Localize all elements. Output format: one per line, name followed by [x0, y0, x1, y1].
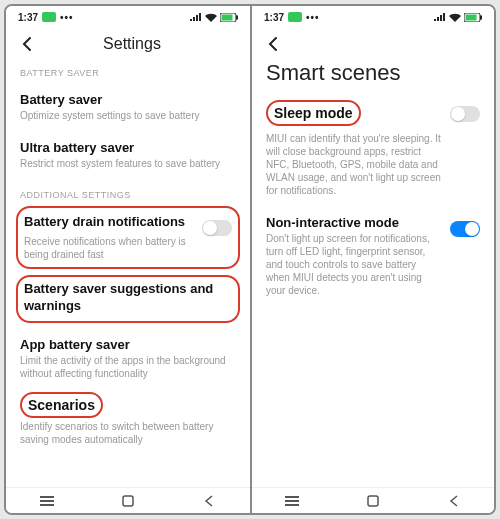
item-sub: Limit the activity of the apps in the ba… — [20, 354, 236, 380]
nav-back-button[interactable] — [445, 492, 463, 510]
item-ultra-battery-saver[interactable]: Ultra battery saver Restrict most system… — [20, 132, 236, 180]
page-title: Settings — [26, 35, 238, 53]
smart-scenes-content: Sleep mode MIUI can identify that you're… — [252, 96, 494, 487]
svg-rect-4 — [40, 500, 54, 502]
item-title: Battery saver — [20, 92, 236, 107]
header: Settings — [6, 28, 250, 58]
svg-rect-5 — [40, 504, 54, 506]
status-badge-icon — [42, 12, 56, 22]
item-battery-drain-notifications[interactable]: Battery drain notifications Receive noti… — [24, 212, 232, 263]
svg-rect-1 — [222, 14, 233, 20]
svg-rect-8 — [466, 14, 477, 20]
nav-bar — [252, 487, 494, 513]
wifi-icon — [205, 13, 217, 22]
nav-recent-button[interactable] — [283, 492, 301, 510]
svg-rect-13 — [368, 496, 378, 506]
status-bar: 1:37 ••• — [252, 6, 494, 28]
item-sub: Restrict most system features to save ba… — [20, 157, 236, 170]
svg-rect-10 — [285, 496, 299, 498]
svg-rect-9 — [480, 15, 482, 19]
item-sub: MIUI can identify that you're sleeping. … — [266, 132, 442, 197]
toggle-sleep-mode[interactable] — [450, 106, 480, 122]
item-title: Battery drain notifications — [24, 214, 194, 229]
item-app-battery-saver[interactable]: App battery saver Limit the activity of … — [20, 329, 236, 390]
settings-content: BATTERY SAVER Battery saver Optimize sys… — [6, 58, 250, 487]
signal-icon — [434, 13, 446, 22]
nav-back-button[interactable] — [200, 492, 218, 510]
section-additional-label: ADDITIONAL SETTINGS — [20, 190, 236, 200]
phone-right: 1:37 ••• Smart scenes Sleep mode — [250, 6, 494, 513]
wifi-icon — [449, 13, 461, 22]
item-sleep-mode[interactable]: Sleep mode MIUI can identify that you're… — [266, 96, 480, 209]
item-title: Battery saver suggestions and warnings — [24, 281, 232, 315]
svg-rect-12 — [285, 504, 299, 506]
status-bar: 1:37 ••• — [6, 6, 250, 28]
svg-rect-3 — [40, 496, 54, 498]
item-non-interactive-mode[interactable]: Non-interactive mode Don't light up scre… — [266, 209, 480, 303]
page-title: Smart scenes — [252, 54, 494, 96]
svg-rect-2 — [236, 15, 238, 19]
item-sub: Optimize system settings to save battery — [20, 109, 236, 122]
toggle-drain-notifications[interactable] — [202, 220, 232, 236]
item-title: Ultra battery saver — [20, 140, 236, 155]
highlight-scenarios: Scenarios — [20, 392, 103, 418]
battery-icon — [220, 13, 238, 22]
toggle-non-interactive[interactable] — [450, 221, 480, 237]
status-dots: ••• — [306, 12, 320, 23]
item-title: App battery saver — [20, 337, 236, 352]
item-sub: Receive notifications when battery is be… — [24, 235, 194, 261]
status-badge-icon — [288, 12, 302, 22]
nav-home-button[interactable] — [364, 492, 382, 510]
highlight-sleep-mode: Sleep mode — [266, 100, 361, 126]
highlight-drain-notifications: Battery drain notifications Receive noti… — [16, 206, 240, 269]
nav-home-button[interactable] — [119, 492, 137, 510]
battery-icon — [464, 13, 482, 22]
nav-bar — [6, 487, 250, 513]
header — [252, 28, 494, 54]
back-button[interactable] — [264, 34, 284, 54]
svg-rect-6 — [123, 496, 133, 506]
status-time: 1:37 — [264, 12, 284, 23]
item-sub: Don't light up screen for notifications,… — [266, 232, 442, 297]
item-sub: Identify scenarios to switch between bat… — [20, 420, 236, 446]
item-battery-saver-suggestions[interactable]: Battery saver suggestions and warnings — [24, 281, 232, 315]
phone-left: 1:37 ••• Settings BATTERY SAVER Battery … — [6, 6, 250, 513]
status-dots: ••• — [60, 12, 74, 23]
item-title: Non-interactive mode — [266, 215, 442, 230]
svg-rect-11 — [285, 500, 299, 502]
item-title: Sleep mode — [274, 105, 353, 121]
item-battery-saver[interactable]: Battery saver Optimize system settings t… — [20, 84, 236, 132]
section-battery-saver-label: BATTERY SAVER — [20, 68, 236, 78]
nav-recent-button[interactable] — [38, 492, 56, 510]
item-scenarios[interactable]: Scenarios Identify scenarios to switch b… — [20, 390, 236, 456]
signal-icon — [190, 13, 202, 22]
status-time: 1:37 — [18, 12, 38, 23]
highlight-suggestions: Battery saver suggestions and warnings — [16, 275, 240, 323]
item-title: Scenarios — [28, 397, 95, 413]
